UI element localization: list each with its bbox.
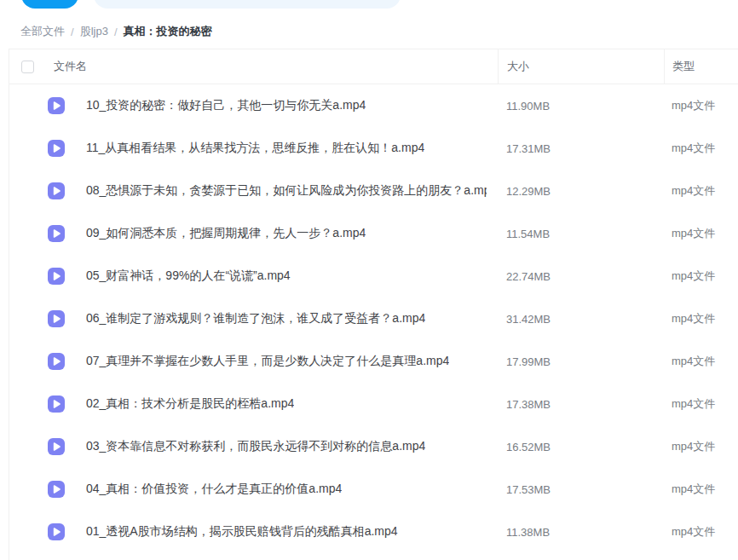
column-header-type: 类型 [664,49,695,84]
file-size: 17.99MB [506,340,551,383]
breadcrumb-separator: / [71,26,74,38]
breadcrumb: 全部文件 / 股ljp3 / 真相：投资的秘密 [20,24,212,39]
breadcrumb-link-folder[interactable]: 股ljp3 [80,24,108,39]
table-row[interactable]: 06_谁制定了游戏规则？谁制造了泡沫，谁又成了受益者？a.mp4 31.42MB… [9,297,738,340]
file-name[interactable]: 10_投资的秘密：做好自己，其他一切与你无关a.mp4 [86,84,366,127]
file-list-panel: 文件名 大小 类型 10_投资的秘密：做好自己，其他一切与你无关a.mp4 11… [9,49,738,560]
top-toolbar [0,0,738,9]
file-size: 17.38MB [506,383,551,425]
file-type: mp4文件 [672,84,715,127]
file-type: mp4文件 [672,255,715,297]
breadcrumb-separator: / [114,26,118,38]
table-row[interactable]: 11_从真相看结果，从结果找方法，思维反推，胜在认知！a.mp4 17.31MB… [9,127,738,170]
primary-action-button[interactable] [21,0,78,9]
table-header-row: 文件名 大小 类型 [9,49,738,84]
table-row[interactable]: 05_财富神话，99%的人在“说谎”a.mp4 22.74MB mp4文件 [9,255,738,297]
file-size: 11.90MB [506,84,550,127]
video-play-icon [48,225,65,242]
video-play-icon [48,140,65,157]
search-input[interactable] [94,0,401,9]
column-header-filename: 文件名 [54,49,87,84]
file-type: mp4文件 [672,212,715,255]
table-row[interactable]: 10_投资的秘密：做好自己，其他一切与你无关a.mp4 11.90MB mp4文… [9,84,738,127]
file-name[interactable]: 09_如何洞悉本质，把握周期规律，先人一步？a.mp4 [86,212,366,255]
video-play-icon [48,97,65,114]
file-type: mp4文件 [672,383,715,425]
table-row[interactable]: 02_真相：技术分析是股民的桎梏a.mp4 17.38MB mp4文件 [9,383,738,425]
file-size: 11.38MB [506,511,550,553]
file-type: mp4文件 [672,297,715,340]
video-play-icon [48,353,65,370]
table-row[interactable]: 07_真理并不掌握在少数人手里，而是少数人决定了什么是真理a.mp4 17.99… [9,340,738,383]
file-name[interactable]: 02_真相：技术分析是股民的桎梏a.mp4 [86,383,294,425]
video-play-icon [48,523,65,540]
file-name[interactable]: 07_真理并不掌握在少数人手里，而是少数人决定了什么是真理a.mp4 [86,340,449,383]
file-size: 17.53MB [506,468,551,511]
table-row[interactable]: 03_资本靠信息不对称获利，而股民永远得不到对称的信息a.mp4 16.52MB… [9,425,738,468]
video-play-icon [48,438,65,455]
file-name[interactable]: 04_真相：价值投资，什么才是真正的价值a.mp4 [86,468,342,511]
file-name[interactable]: 01_透视A股市场结构，揭示股民赔钱背后的残酷真相a.mp4 [86,511,398,553]
file-type: mp4文件 [672,425,715,468]
table-row[interactable]: 04_真相：价值投资，什么才是真正的价值a.mp4 17.53MB mp4文件 [9,468,738,511]
file-size: 12.29MB [506,170,551,212]
file-name[interactable]: 05_财富神话，99%的人在“说谎”a.mp4 [86,255,291,297]
file-size: 11.54MB [506,212,550,255]
file-type: mp4文件 [672,511,715,553]
file-type: mp4文件 [672,170,715,212]
video-play-icon [48,481,65,498]
file-rows: 10_投资的秘密：做好自己，其他一切与你无关a.mp4 11.90MB mp4文… [9,84,738,553]
file-name[interactable]: 03_资本靠信息不对称获利，而股民永远得不到对称的信息a.mp4 [86,425,425,468]
table-row[interactable]: 01_透视A股市场结构，揭示股民赔钱背后的残酷真相a.mp4 11.38MB m… [9,511,738,553]
file-name[interactable]: 08_恐惧源于未知，贪婪源于已知，如何让风险成为你投资路上的朋友？a.mp4 [86,170,487,212]
file-type: mp4文件 [672,468,715,511]
file-size: 16.52MB [506,425,551,468]
video-play-icon [48,182,65,199]
file-name[interactable]: 11_从真相看结果，从结果找方法，思维反推，胜在认知！a.mp4 [86,127,424,170]
file-size: 22.74MB [506,255,551,297]
select-all-checkbox[interactable] [21,61,34,73]
video-play-icon [48,268,65,285]
video-play-icon [48,395,65,413]
video-play-icon [48,310,65,327]
file-name[interactable]: 06_谁制定了游戏规则？谁制造了泡沫，谁又成了受益者？a.mp4 [86,297,425,340]
table-row[interactable]: 09_如何洞悉本质，把握周期规律，先人一步？a.mp4 11.54MB mp4文… [9,212,738,255]
file-type: mp4文件 [672,127,715,170]
breadcrumb-current: 真相：投资的秘密 [124,24,212,39]
file-type: mp4文件 [672,340,715,383]
table-row[interactable]: 08_恐惧源于未知，贪婪源于已知，如何让风险成为你投资路上的朋友？a.mp4 1… [9,170,738,212]
breadcrumb-link-all-files[interactable]: 全部文件 [20,24,65,39]
file-size: 31.42MB [506,297,551,340]
file-size: 17.31MB [506,127,551,170]
column-header-size: 大小 [498,49,529,84]
